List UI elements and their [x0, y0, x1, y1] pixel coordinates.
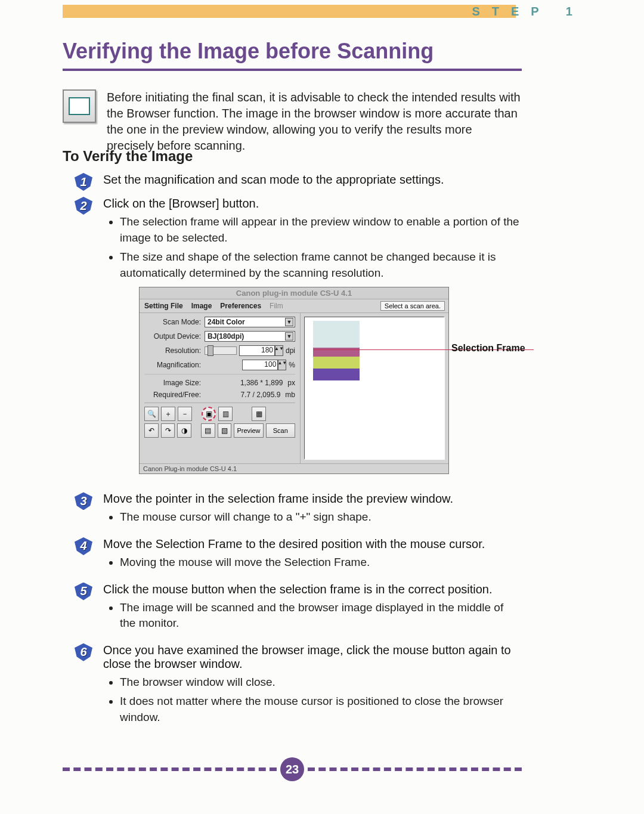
image-size-unit: px [287, 379, 295, 387]
step-number: 4 [75, 537, 92, 555]
intro-block: Before initiating the final scan, it is … [63, 89, 522, 154]
step-bullet: The mouse cursor will change to a "+" si… [120, 509, 522, 525]
step-title: Click the mouse button when the selectio… [103, 583, 522, 596]
steps-container: 1 Set the magnification and scan mode to… [75, 173, 522, 738]
selection-frame-label: Selection Frame [451, 343, 525, 354]
step-title: Click on the [Browser] button. [103, 197, 522, 211]
spinner[interactable]: ▲▼ [278, 360, 286, 370]
page-footer: 23 [63, 757, 522, 781]
zoom-fit-icon[interactable]: 🔍 [144, 407, 159, 421]
rotate-right-icon[interactable]: ↷ [161, 423, 175, 438]
app-window: Canon plug-in module CS-U 4.1 Setting Fi… [139, 287, 449, 474]
menu-preferences[interactable]: Preferences [220, 302, 261, 310]
header-bar [63, 5, 516, 18]
step-bullet: Moving the mouse will move the Selection… [120, 555, 522, 571]
output-device-select[interactable]: BJ(180dpi)▼ [205, 331, 295, 342]
step-bullet: It does not matter where the mouse curso… [120, 694, 522, 725]
step-title: Move the Selection Frame to the desired … [103, 537, 522, 551]
preview-pane[interactable] [304, 317, 445, 460]
zoom-out-icon[interactable]: － [178, 407, 192, 421]
step-item: 1 Set the magnification and scan mode to… [75, 173, 522, 191]
step-label: STEP 1 [472, 5, 584, 18]
step-number: 1 [75, 173, 92, 191]
browser-icon [63, 89, 96, 123]
preview-button[interactable]: Preview [234, 423, 263, 438]
spinner[interactable]: ▲▼ [275, 345, 283, 356]
browser-button[interactable]: ▣ [202, 407, 216, 421]
scan-mode-label: Scan Mode: [144, 318, 201, 326]
chevron-down-icon: ▼ [285, 318, 293, 326]
footer-rule [308, 767, 522, 771]
magnification-label: Magnification: [144, 361, 201, 369]
page-title: Verifying the Image before Scanning [63, 39, 522, 71]
output-device-label: Output Device: [144, 332, 201, 341]
rotate-left-icon[interactable]: ↶ [144, 423, 159, 438]
step-title: Set the magnification and scan mode to t… [103, 173, 522, 187]
footer-rule [63, 767, 277, 771]
step-item: 2 Click on the [Browser] button. The sel… [75, 197, 522, 486]
menu-image[interactable]: Image [191, 302, 212, 310]
page-number: 23 [280, 757, 304, 781]
resolution-unit: dpi [286, 346, 295, 355]
menu-film: Film [270, 302, 283, 310]
scan-icon[interactable]: ▦ [252, 407, 266, 421]
slider-thumb[interactable] [208, 345, 213, 356]
image-size-value: 1,386 * 1,899 [205, 379, 285, 387]
sub-heading: To Verify the Image [63, 148, 193, 165]
resolution-label: Resolution: [144, 346, 201, 355]
step-bullet: The image will be scanned and the browse… [120, 600, 522, 632]
step-bullet: The browser window will close. [120, 674, 522, 691]
magnification-value[interactable]: 100 [242, 360, 278, 370]
resolution-slider[interactable] [205, 346, 237, 355]
preview-image [313, 321, 360, 380]
scan-mode-select[interactable]: 24bit Color▼ [205, 317, 295, 327]
step-number: 5 [75, 583, 92, 601]
step-item: 6 Once you have examined the browser ima… [75, 643, 522, 732]
step-item: 3 Move the pointer in the selection fram… [75, 492, 522, 531]
adjust-icon[interactable]: ◑ [177, 423, 191, 438]
scan-button[interactable]: Scan [266, 423, 295, 438]
hint-box: Select a scan area. [380, 301, 445, 311]
step-item: 4 Move the Selection Frame to the desire… [75, 537, 522, 577]
step-number: 3 [75, 492, 92, 510]
step-number: 6 [75, 643, 92, 661]
step-number: 2 [75, 197, 92, 215]
status-bar: Canon Plug-in module CS-U 4.1 [140, 463, 448, 473]
app-titlebar: Canon plug-in module CS-U 4.1 [140, 287, 448, 299]
magnification-unit: % [289, 361, 295, 369]
chevron-down-icon: ▼ [285, 332, 293, 341]
image-size-label: Image Size: [144, 379, 201, 387]
required-free-value: 7.7 / 2,095.9 [205, 391, 283, 399]
required-free-label: Required/Free: [144, 391, 201, 399]
tool-icon[interactable]: ▤ [201, 423, 215, 438]
step-title: Once you have examined the browser image… [103, 643, 522, 671]
settings-panel: Scan Mode: 24bit Color▼ Output Device: B… [140, 313, 301, 463]
tool-icon[interactable]: ▧ [218, 423, 232, 438]
intro-text: Before initiating the final scan, it is … [107, 89, 522, 154]
toolbar: 🔍 ＋ － ▣ ▥ ▦ ↶ ↷ [144, 403, 295, 438]
step-title: Move the pointer in the selection frame … [103, 492, 522, 506]
step-bullet: The selection frame will appear in the p… [120, 214, 522, 246]
menu-setting-file[interactable]: Setting File [144, 302, 183, 310]
resolution-value[interactable]: 180 [239, 345, 275, 356]
zoom-in-icon[interactable]: ＋ [161, 407, 175, 421]
step-item: 5 Click the mouse button when the select… [75, 583, 522, 637]
preview-icon[interactable]: ▥ [218, 407, 233, 421]
required-free-unit: mb [285, 391, 295, 399]
step-bullet: The size and shape of the selection fram… [120, 249, 522, 281]
